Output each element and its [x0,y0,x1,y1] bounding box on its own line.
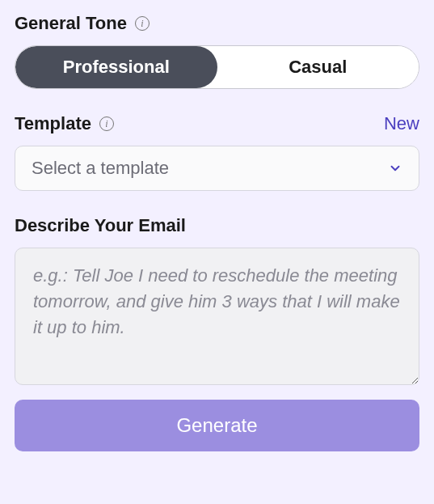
describe-label: Describe Your Email [15,215,419,236]
new-link-text: New [384,113,419,133]
generate-button[interactable]: Generate [15,400,419,451]
info-icon[interactable]: i [135,16,150,31]
tone-option-professional[interactable]: Professional [15,46,217,88]
template-select[interactable]: Select a template [15,146,419,191]
template-select-placeholder: Select a template [32,158,169,179]
generate-button-label: Generate [176,414,257,436]
general-tone-label: General Tone i [15,13,419,34]
general-tone-text: General Tone [15,13,127,34]
describe-label-text: Describe Your Email [15,215,186,235]
tone-option-label: Casual [289,57,347,77]
tone-option-label: Professional [63,57,170,77]
template-label: Template i [15,113,114,134]
chevron-down-icon [388,161,402,176]
info-icon[interactable]: i [99,116,114,131]
tone-toggle-group: Professional Casual [15,45,419,89]
template-label-text: Template [15,113,91,134]
template-header: Template i New [15,113,419,134]
tone-option-casual[interactable]: Casual [217,46,419,88]
describe-textarea[interactable] [15,248,419,385]
new-template-link[interactable]: New [384,113,419,134]
